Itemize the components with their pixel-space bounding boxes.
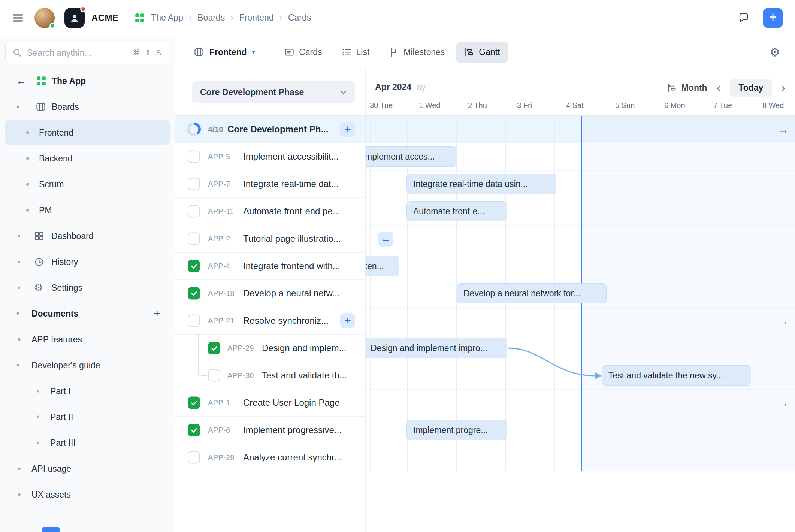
gantt-task-row[interactable]: APP-7Integrate real-time dat...Integrate… (175, 170, 795, 198)
task-row-left[interactable]: APP-7Integrate real-time dat... (175, 170, 365, 198)
gantt-task-row[interactable]: APP-5Implement accessibilit...mplement a… (175, 143, 795, 170)
task-row-left[interactable]: APP-21Resolve synchroniz...+ (175, 307, 365, 335)
breadcrumb-item-cards[interactable]: Cards (288, 13, 311, 23)
gantt-task-row[interactable]: APP-21Resolve synchroniz...+→ (175, 307, 795, 335)
gantt-bar[interactable]: Design and implement impro... (365, 338, 507, 358)
back-icon[interactable]: ← (16, 75, 26, 87)
gantt-bar[interactable]: Implement progre... (406, 420, 507, 440)
task-row-left[interactable]: APP-4Integrate frontend with... (175, 253, 365, 280)
sidebar-item-dashboard[interactable]: Dashboard (0, 223, 175, 249)
settings-button[interactable]: ⚙ (770, 45, 780, 59)
next-button[interactable]: › (781, 81, 785, 95)
sidebar-item-backend[interactable]: Backend (0, 145, 175, 171)
board-selector[interactable]: Frontend ▾ (194, 47, 255, 57)
sidebar-item-the-app[interactable]: ←The App (0, 68, 175, 94)
scroll-to-bar-right-icon[interactable]: → (778, 315, 789, 327)
task-row-left[interactable]: APP-30Test and validate th... (175, 362, 365, 389)
peek-button[interactable] (42, 527, 60, 532)
task-checkbox[interactable] (188, 233, 200, 245)
task-checkbox[interactable] (188, 205, 200, 218)
gantt-task-row[interactable]: APP-11Automate front-end pe...Automate f… (175, 198, 795, 225)
task-checkbox[interactable] (188, 424, 200, 436)
sidebar-item-history[interactable]: History (0, 249, 175, 275)
task-row-left[interactable]: APP-2Tutorial page illustratio... (175, 225, 365, 253)
sidebar-item-pm[interactable]: PM (0, 197, 175, 223)
task-checkbox[interactable] (188, 315, 200, 327)
chevron-expanded-icon[interactable]: ▾ (16, 103, 19, 110)
search-box[interactable]: ⌘ ⇧ S (5, 42, 169, 64)
sidebar-item-settings[interactable]: ⚙Settings (0, 275, 175, 300)
gantt-bar[interactable]: mplement acces... (365, 146, 457, 167)
task-row-left[interactable]: APP-29Design and implem... (175, 335, 365, 362)
breadcrumb-item-frontend[interactable]: Frontend (239, 13, 273, 23)
user-avatar[interactable] (34, 8, 55, 28)
task-checkbox[interactable] (188, 178, 200, 190)
add-button[interactable]: + (763, 8, 783, 28)
task-checkbox[interactable] (188, 151, 200, 163)
chevron-expanded-icon[interactable]: ▾ (16, 362, 19, 369)
sidebar-item-part-iii[interactable]: Part III (0, 430, 175, 456)
task-checkbox[interactable] (188, 451, 200, 464)
gantt-task-row[interactable]: APP-30Test and validate th...Test and va… (175, 362, 795, 389)
task-row-left[interactable]: APP-5Implement accessibilit... (175, 143, 365, 170)
workspace-name[interactable]: ACME (91, 13, 118, 23)
sidebar-item-part-i[interactable]: Part I (0, 378, 175, 404)
gantt-bar[interactable]: Automate front-e... (406, 201, 507, 221)
group-selector[interactable]: Core Development Phase (192, 81, 355, 103)
sidebar-item-frontend[interactable]: Frontend (0, 120, 175, 145)
task-row-left[interactable]: APP-28Analyze current synchr... (175, 444, 365, 471)
sidebar-item-scrum[interactable]: Scrum (0, 171, 175, 197)
gantt-task-row[interactable]: APP-2Tutorial page illustratio...← (175, 225, 795, 253)
tab-milestones[interactable]: Milestones (381, 42, 453, 63)
gantt-task-row[interactable]: APP-29Design and implem...Design and imp… (175, 335, 795, 362)
task-row-left[interactable]: 4/10Core Development Ph...+ (175, 116, 365, 143)
add-documents-button[interactable]: + (154, 308, 160, 319)
task-checkbox[interactable] (188, 260, 200, 272)
gantt-bar[interactable]: Develop a neural network for... (457, 283, 607, 303)
chevron-expanded-icon[interactable]: ▾ (16, 310, 19, 317)
task-row-left[interactable]: APP-6Implement progressive... (175, 417, 365, 444)
prev-button[interactable]: ‹ (717, 81, 721, 95)
task-checkbox[interactable] (208, 369, 220, 382)
sidebar-item-developer-s-guide[interactable]: ▾Developer's guide (0, 352, 175, 378)
workspace-logo[interactable] (64, 8, 85, 28)
task-row-left[interactable]: APP-1Create User Login Page (175, 389, 365, 417)
tab-gantt[interactable]: Gantt (456, 42, 508, 63)
task-row-left[interactable]: APP-18Develop a neural netw... (175, 280, 365, 307)
scroll-to-bar-left-icon[interactable]: ← (378, 232, 393, 247)
comments-button[interactable] (738, 12, 749, 24)
tab-list[interactable]: List (334, 42, 378, 63)
search-input[interactable] (27, 48, 128, 58)
breadcrumb-item-boards[interactable]: Boards (197, 13, 225, 23)
day-label: 2 Thu (468, 101, 487, 110)
gantt-group-row[interactable]: 4/10Core Development Ph...+→ (175, 116, 795, 143)
gantt-bar[interactable]: onten... (365, 256, 399, 276)
menu-button[interactable] (12, 13, 24, 23)
gantt-task-row[interactable]: APP-18Develop a neural netw...Develop a … (175, 280, 795, 307)
scroll-to-bar-right-icon[interactable]: → (778, 398, 789, 409)
gantt-task-row[interactable]: APP-1Create User Login Page→ (175, 389, 795, 417)
sidebar-item-ux-assets[interactable]: UX assets (0, 481, 175, 507)
gantt-bar[interactable]: Integrate real-time data usin... (406, 174, 556, 194)
sidebar-item-documents[interactable]: ▾+Documents (0, 300, 175, 326)
add-task-button[interactable]: + (340, 122, 355, 137)
sidebar-item-part-ii[interactable]: Part II (0, 404, 175, 430)
scale-selector[interactable]: Month (667, 83, 707, 93)
task-checkbox[interactable] (188, 397, 200, 409)
gantt-task-row[interactable]: APP-28Analyze current synchr... (175, 444, 795, 471)
task-row-left[interactable]: APP-11Automate front-end pe... (175, 198, 365, 225)
gantt-bar[interactable]: Test and validate the new sy... (602, 365, 751, 386)
today-button[interactable]: Today (730, 79, 772, 97)
gantt-task-row[interactable]: APP-4Integrate frontend with...onten... (175, 253, 795, 280)
sidebar-item-api-usage[interactable]: API usage (0, 456, 175, 481)
breadcrumb-root[interactable]: The App (151, 13, 183, 23)
scroll-to-bar-right-icon[interactable]: → (778, 124, 789, 135)
tab-cards[interactable]: Cards (276, 42, 330, 63)
task-row-timeline: → (365, 307, 795, 335)
sidebar-item-app-features[interactable]: APP features (0, 326, 175, 352)
task-checkbox[interactable] (208, 342, 220, 354)
add-subtask-button[interactable]: + (340, 313, 355, 328)
sidebar-item-boards[interactable]: ▾Boards (0, 94, 175, 120)
gantt-task-row[interactable]: APP-6Implement progressive...Implement p… (175, 417, 795, 444)
task-checkbox[interactable] (188, 287, 200, 300)
